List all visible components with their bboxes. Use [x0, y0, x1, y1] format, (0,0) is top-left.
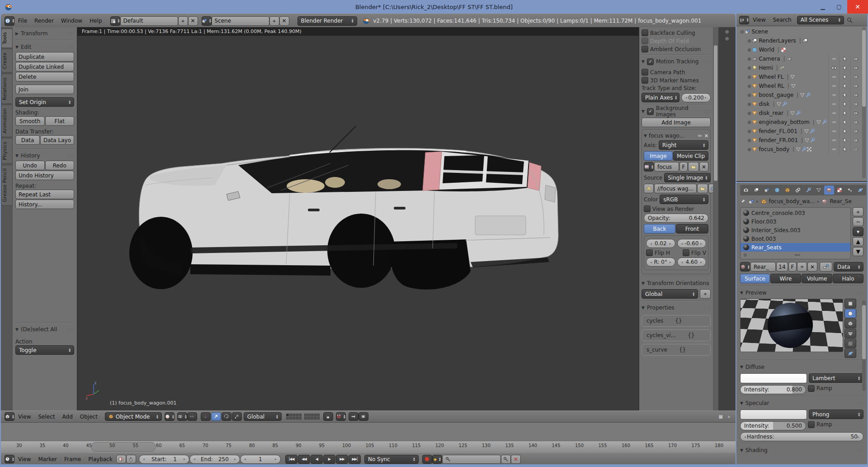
scene-icon-button[interactable] [202, 16, 212, 26]
add-layout-button[interactable]: ＋ [178, 16, 188, 26]
flip-h-checkbox[interactable] [646, 249, 653, 256]
properties-tab-material[interactable] [824, 186, 834, 195]
toggle-renderability-button[interactable] [850, 145, 861, 154]
manipulator-rotate-toggle[interactable] [222, 412, 231, 421]
toggle-selectability-button[interactable] [839, 81, 850, 91]
tool-tab-grease-pencil[interactable]: Grease Pencil [1, 165, 13, 205]
properties-tab-physics[interactable] [855, 186, 865, 195]
editor-type-button[interactable]: i [5, 16, 14, 26]
viewport-shading-select[interactable] [165, 412, 175, 421]
depth-of-field-checkbox[interactable] [642, 38, 648, 44]
custom-prop-cycles[interactable]: cycles{} [642, 315, 711, 327]
tool-tab-create[interactable]: Create [1, 49, 13, 73]
back-button[interactable]: Back [644, 224, 675, 234]
undo-history-button[interactable]: Undo History [15, 171, 74, 180]
panel-shading[interactable]: ▼Shading:::: [740, 446, 863, 455]
panel-edit[interactable]: ▼Edit:::: [15, 43, 74, 52]
transform-orientation-select[interactable]: Global [244, 412, 282, 421]
mode-select[interactable]: Object Mode [105, 412, 162, 421]
outliner-item-wheel-rl[interactable]: ⊕Wheel RL| [736, 81, 867, 91]
delete-keyframe-button[interactable]: ✕ [511, 455, 521, 464]
add-image-button[interactable]: Add Image [642, 118, 711, 127]
close-button[interactable]: ✕ [847, 0, 868, 14]
outliner-editor-type-button[interactable] [739, 16, 749, 24]
add-orientation-button[interactable]: ＋ [700, 289, 711, 299]
end-frame-field[interactable]: ◂End:250▸ [189, 455, 240, 464]
preview-flat-button[interactable] [844, 299, 856, 308]
camera-path-checkbox[interactable] [642, 69, 648, 76]
material-slot-boot-003[interactable]: Boot.003 [741, 234, 850, 243]
ambient-occlusion-checkbox[interactable] [642, 46, 648, 52]
move-slot-down-button[interactable]: ▼ [853, 247, 863, 256]
toggle-visibility-button[interactable] [828, 127, 839, 136]
remove-slot-button[interactable]: − [853, 217, 863, 226]
toggle-renderability-button[interactable] [850, 136, 861, 145]
timeline-track-area[interactable] [1, 422, 736, 441]
image-datablock-icon-button[interactable] [644, 162, 654, 172]
data-button[interactable]: Data [15, 135, 40, 145]
expand-panel-icon[interactable]: ⊕ [725, 36, 729, 42]
material-users-button[interactable]: 14 [776, 262, 788, 272]
backface-culling-checkbox[interactable] [642, 29, 648, 36]
panel-diffuse[interactable]: ▼Diffuse:::: [740, 362, 863, 372]
panel-specular[interactable]: ▼Specular:::: [740, 399, 863, 408]
properties-tab-layers[interactable] [751, 186, 761, 195]
play-reverse-button[interactable]: ◀ [311, 455, 323, 464]
diffuse-color-swatch[interactable] [740, 373, 807, 383]
vp-menu-select[interactable]: Select [38, 414, 55, 420]
toggle-selectability-button[interactable] [839, 54, 850, 63]
expander-icon[interactable]: ⊖ [740, 29, 744, 34]
preview-cube-button[interactable] [844, 319, 856, 328]
flip-v-checkbox[interactable] [683, 249, 689, 256]
toggle-selectability-button[interactable] [839, 127, 850, 136]
tool-tab-tools[interactable]: Tools [1, 29, 13, 48]
image-name-field[interactable]: focus [654, 162, 679, 172]
source-select[interactable]: Single Image [664, 173, 711, 182]
toggle-visibility-button[interactable] [828, 54, 839, 63]
n-panel-scrollbar[interactable] [713, 27, 718, 410]
duplicate-button[interactable]: Duplicate [15, 52, 74, 62]
shade-smooth-button[interactable]: Smooth [15, 116, 45, 126]
preview-monkey-button[interactable] [844, 329, 856, 338]
preview-particles-button[interactable] [844, 348, 856, 358]
expander-icon[interactable]: ⊕ [747, 75, 751, 80]
tl-menu-view[interactable]: View [18, 456, 31, 462]
unlink-image-button[interactable]: ✕ [699, 162, 708, 172]
tool-tab-physics[interactable]: Physics [1, 138, 13, 164]
material-slot-floor-003[interactable]: Floor.003 [741, 217, 850, 226]
specular-color-swatch[interactable] [740, 410, 807, 419]
panel-transform[interactable]: ▶Transform:::: [15, 29, 74, 38]
material-slot-interior-sides-003[interactable]: Interior_Sides.003 [741, 226, 850, 234]
vp-menu-object[interactable]: Object [80, 414, 98, 420]
jump-to-end-button[interactable]: ▶▶| [349, 455, 361, 464]
toggle-selectability-button[interactable] [839, 72, 850, 81]
outliner-item-enginebay-bottom[interactable]: ⊕enginebay_bottom| [736, 118, 867, 127]
expander-icon[interactable]: ⊕ [747, 111, 751, 116]
opacity-slider[interactable]: Opacity:0.642 [644, 214, 708, 223]
toggle-renderability-button[interactable] [850, 63, 861, 72]
expander-icon[interactable]: ⊕ [747, 48, 751, 52]
toggle-visibility-button[interactable] [828, 63, 839, 72]
toggle-selectability-button[interactable] [839, 118, 850, 127]
orientation-select[interactable]: Global [642, 289, 698, 299]
tl-menu-frame[interactable]: Frame [64, 456, 81, 462]
3d-viewport[interactable]: Frame:1 | Time:00:00.53 | Ve:7136 Fa:771… [77, 27, 639, 410]
outliner-menu-view[interactable]: View [753, 17, 765, 23]
action-select[interactable]: Toggle [15, 345, 74, 355]
vp-menu-add[interactable]: Add [62, 414, 73, 420]
front-button[interactable]: Front [676, 224, 708, 234]
preview-sphere-button[interactable] [844, 309, 856, 318]
expander-icon[interactable]: ⊕ [747, 93, 751, 98]
outliner-item-disk-rear[interactable]: ⊕disk_rear| [736, 109, 867, 118]
expander-icon[interactable]: ⊕ [747, 147, 751, 152]
region-add-icon[interactable]: ＋ [726, 414, 731, 420]
panel-background-images[interactable]: ▼✓Background Images:::: [642, 107, 711, 116]
properties-tab-particles[interactable] [845, 186, 855, 195]
outliner-item-boost-gauge[interactable]: ⊕boost_gauge| [736, 91, 867, 100]
breadcrumb-object[interactable]: focus_body_wa... [769, 198, 815, 205]
join-button[interactable]: Join [15, 85, 74, 94]
outliner-item-disk[interactable]: ⊕disk| [736, 100, 867, 109]
timeline-editor-type-button[interactable] [5, 455, 14, 463]
new-material-button[interactable]: ＋ [797, 262, 807, 272]
toggle-selectability-button[interactable] [839, 91, 850, 100]
